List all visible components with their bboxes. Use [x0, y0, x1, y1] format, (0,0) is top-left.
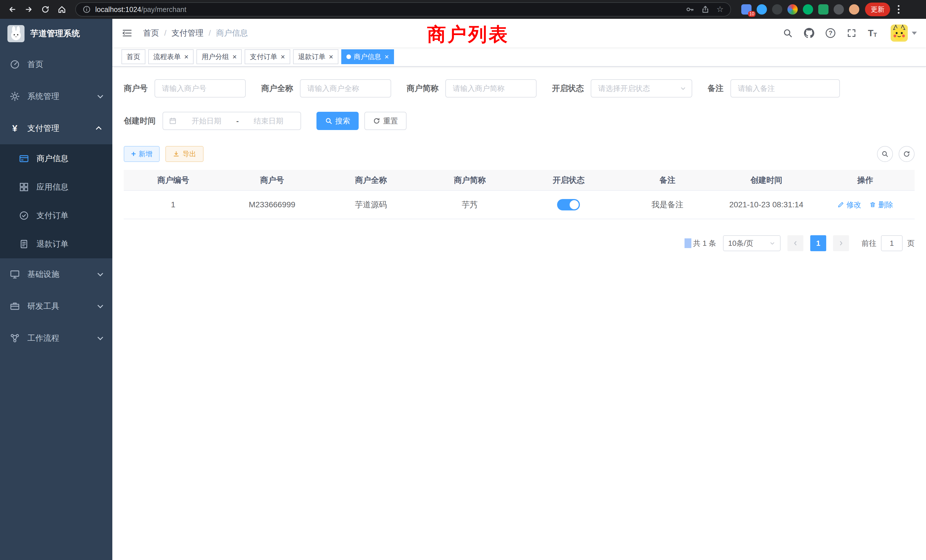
sidebar-item-label: 首页: [27, 59, 43, 70]
app-logo[interactable]: 芋道管理系统: [0, 19, 112, 48]
extension-icon-2[interactable]: [757, 4, 767, 15]
toolbox-icon: [9, 301, 21, 312]
close-icon[interactable]: ×: [329, 53, 333, 61]
merchant-fullname-input[interactable]: [300, 79, 391, 97]
sidebar-item-label: 商户信息: [36, 153, 68, 164]
prev-page-button[interactable]: [787, 235, 803, 251]
goto-page-input[interactable]: [881, 235, 903, 251]
tag-merchant-info[interactable]: 商户信息×: [341, 49, 394, 64]
add-button[interactable]: + 新增: [124, 146, 160, 162]
browser-forward-button[interactable]: [21, 2, 36, 17]
help-icon[interactable]: ?: [826, 28, 835, 38]
chrome-update-button[interactable]: 更新: [865, 3, 890, 16]
create-time-range-picker[interactable]: 开始日期 - 结束日期: [162, 112, 301, 130]
tag-user-group[interactable]: 用户分组×: [197, 49, 242, 64]
tag-home[interactable]: 首页: [121, 49, 145, 64]
toggle-search-button[interactable]: [877, 146, 893, 162]
merchant-table: 商户编号 商户号 商户全称 商户简称 开启状态 备注 创建时间 操作 1 M23…: [124, 170, 915, 219]
font-size-icon[interactable]: TT: [868, 29, 877, 38]
browser-reload-button[interactable]: [38, 2, 53, 17]
fullscreen-icon[interactable]: [847, 28, 856, 38]
merchant-no-input[interactable]: [154, 79, 246, 97]
browser-chrome: localhost:1024/pay/merchant ☆ 10 更新: [0, 0, 926, 19]
refresh-icon: [373, 117, 380, 125]
date-separator: -: [236, 117, 239, 126]
export-button[interactable]: 导出: [165, 146, 204, 162]
tag-pay-order[interactable]: 支付订单×: [245, 49, 290, 64]
status-toggle[interactable]: [557, 199, 580, 210]
sidebar-item-workflow[interactable]: 工作流程: [0, 322, 112, 354]
search-button[interactable]: 搜索: [316, 112, 359, 130]
browser-home-button[interactable]: [54, 2, 70, 17]
filter-label: 商户简称: [407, 83, 439, 94]
table-header-row: 商户编号 商户号 商户全称 商户简称 开启状态 备注 创建时间 操作: [124, 170, 915, 191]
monitor-icon: [9, 269, 21, 280]
workflow-icon: [9, 333, 21, 344]
share-icon[interactable]: [701, 5, 710, 14]
card-icon: [18, 153, 30, 164]
extension-icon-3[interactable]: [772, 4, 782, 15]
chevron-up-icon: [96, 126, 101, 132]
col-create-time: 创建时间: [717, 170, 816, 191]
edit-link[interactable]: 修改: [837, 200, 861, 210]
edit-icon: [837, 201, 844, 208]
url-host: localhost:1024: [95, 5, 141, 14]
sidebar-item-payment[interactable]: ¥ 支付管理: [0, 112, 112, 144]
sidebar-item-label: 工作流程: [27, 333, 59, 344]
sidebar-item-refund-order[interactable]: 退款订单: [0, 230, 112, 258]
delete-link[interactable]: 删除: [869, 200, 893, 210]
browser-profile-avatar[interactable]: [849, 4, 859, 15]
extension-icon-4[interactable]: [787, 4, 798, 15]
close-icon[interactable]: ×: [384, 53, 389, 61]
sidebar-item-label: 退款订单: [36, 239, 68, 250]
order-circle-icon: [18, 210, 30, 221]
next-page-button[interactable]: [833, 235, 849, 251]
sidebar-item-pay-order[interactable]: 支付订单: [0, 201, 112, 230]
refresh-table-button[interactable]: [899, 146, 915, 162]
breadcrumb-current: 商户信息: [216, 28, 248, 38]
close-icon[interactable]: ×: [184, 53, 188, 61]
app-window: 芋道管理系统 首页 系统管理 ¥ 支付管理 商户信息: [0, 19, 926, 560]
extension-icon-6[interactable]: [818, 4, 829, 15]
date-end-placeholder: 结束日期: [242, 116, 295, 126]
browser-menu-icon[interactable]: [894, 5, 904, 14]
page-size-select[interactable]: 10条/页: [723, 235, 781, 251]
sidebar-item-dev-tools[interactable]: 研发工具: [0, 290, 112, 322]
bookmark-star-icon[interactable]: ☆: [716, 5, 723, 14]
dashboard-icon: [9, 59, 21, 70]
github-icon[interactable]: [804, 28, 814, 38]
breadcrumb-payment[interactable]: 支付管理: [172, 28, 204, 38]
sidebar-item-app-info[interactable]: 应用信息: [0, 173, 112, 201]
merchant-shortname-input[interactable]: [445, 79, 537, 97]
extension-icon-7[interactable]: [834, 4, 844, 15]
reset-button[interactable]: 重置: [365, 112, 407, 130]
sidebar-item-label: 研发工具: [27, 301, 59, 312]
sidebar-toggle-icon[interactable]: [121, 27, 133, 39]
navbar-actions: ? TT: [783, 24, 917, 42]
sidebar-item-system[interactable]: 系统管理: [0, 80, 112, 112]
close-icon[interactable]: ×: [232, 53, 237, 61]
browser-back-button[interactable]: [5, 2, 20, 17]
sidebar-item-merchant-info[interactable]: 商户信息: [0, 144, 112, 173]
page-number-button[interactable]: 1: [810, 235, 826, 251]
search-icon: [325, 117, 333, 125]
breadcrumb-home[interactable]: 首页: [143, 28, 159, 38]
user-avatar-dropdown[interactable]: [891, 24, 917, 42]
remark-input[interactable]: [731, 79, 840, 97]
search-icon[interactable]: [783, 28, 793, 38]
address-bar[interactable]: localhost:1024/pay/merchant ☆: [75, 2, 731, 17]
sidebar-item-home[interactable]: 首页: [0, 48, 112, 80]
filter-remark: 备注: [708, 79, 840, 97]
table-toolbar: + 新增 导出: [124, 146, 915, 162]
tag-process-form[interactable]: 流程表单×: [148, 49, 194, 64]
sidebar-item-infra[interactable]: 基础设施: [0, 258, 112, 290]
password-key-icon[interactable]: [685, 5, 694, 14]
extension-icon-1[interactable]: 10: [741, 4, 752, 15]
tag-refund-order[interactable]: 退款订单×: [293, 49, 338, 64]
site-info-icon[interactable]: [83, 5, 91, 14]
chevron-down-icon: [97, 334, 103, 340]
status-select[interactable]: 请选择开启状态: [591, 79, 692, 97]
filter-status: 开启状态 请选择开启状态: [552, 79, 692, 97]
extension-icon-5[interactable]: [803, 4, 813, 15]
close-icon[interactable]: ×: [280, 53, 285, 61]
